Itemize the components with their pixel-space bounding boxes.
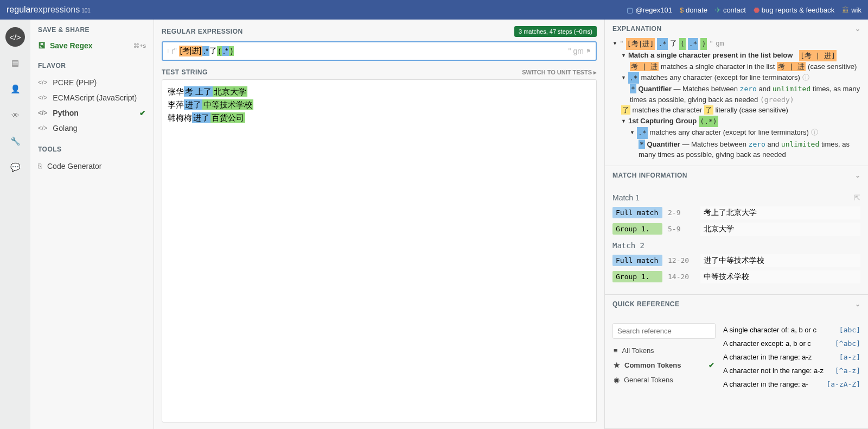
logo[interactable]: regularexpressions101 — [7, 5, 91, 15]
rail-livehelp-icon[interactable]: 👁 — [5, 105, 25, 125]
flavor-title: FLAVOR — [38, 62, 146, 70]
stats-badge: 3 matches, 47 steps (~0ms) — [514, 26, 597, 37]
match-row: Group 1.14-20中等技术学校 — [612, 270, 860, 283]
caret-icon[interactable]: ▼ — [612, 40, 617, 48]
rail-editor-icon[interactable]: </> — [5, 27, 25, 47]
header-links: ▢@regex101 $donate ✈contact ⬣bug reports… — [627, 6, 861, 14]
help-icon[interactable]: ⓘ — [802, 72, 809, 83]
caret-icon[interactable]: ▼ — [621, 74, 626, 82]
bugs-link[interactable]: ⬣bug reports & feedback — [754, 6, 834, 14]
flag-icon[interactable]: ⚑ — [586, 48, 591, 55]
chevron-down-icon[interactable]: ⌄ — [855, 172, 861, 179]
rail-account-icon[interactable]: 👤 — [5, 79, 25, 99]
delim-left: r" — [171, 47, 177, 55]
export-icon[interactable]: ⇱ — [854, 193, 860, 202]
code-icon: </> — [38, 124, 47, 132]
caret-icon[interactable]: ▼ — [630, 129, 635, 137]
codegen-icon: ⎘ — [38, 162, 42, 170]
chevron-down-icon[interactable]: ⌄ — [855, 25, 861, 33]
quickref-search-input[interactable] — [612, 323, 716, 339]
flavor-pcre[interactable]: </>PCRE (PHP) — [38, 75, 146, 90]
logo-bold: regular — [7, 5, 34, 14]
caret-icon[interactable]: ▼ — [621, 52, 626, 60]
flavor-ecmascript[interactable]: </>ECMAScript (JavaScript) — [38, 90, 146, 105]
regex-input[interactable]: ⁞ r" [考|进].*了(.*) " gm ⚑ — [162, 41, 597, 61]
editor: REGULAR EXPRESSION 3 matches, 47 steps (… — [154, 20, 605, 429]
save-share-title: SAVE & SHARE — [38, 26, 146, 34]
chevron-down-icon[interactable]: ⌄ — [855, 300, 861, 308]
twitter-icon: ▢ — [627, 6, 633, 14]
flags-text[interactable]: gm — [573, 47, 584, 55]
switch-unit-tests[interactable]: SWITCH TO UNIT TESTS▸ — [522, 69, 597, 76]
dollar-icon: $ — [680, 6, 684, 14]
qr-item[interactable]: A character not in the range: a-z[^a-z] — [723, 364, 860, 377]
icon-rail: </> ▤ 👤 👁 🔧 💬 — [0, 20, 30, 429]
wiki-icon: 🏛 — [842, 6, 849, 14]
contact-link[interactable]: ✈contact — [715, 6, 746, 14]
code-icon: </> — [38, 94, 47, 102]
right-panel: EXPLANATION ⌄ ▼" [考|进].*了(.*) "gm ▼Match… — [605, 20, 868, 429]
bug-icon: ⬣ — [754, 6, 760, 14]
sidebar: SAVE & SHARE 🖫Save Regex ⌘+s FLAVOR </>P… — [30, 20, 154, 429]
flavor-golang[interactable]: </>Golang — [38, 121, 146, 136]
flavor-python[interactable]: </>Python✔ — [38, 105, 146, 121]
main: </> ▤ 👤 👁 🔧 💬 SAVE & SHARE 🖫Save Regex ⌘… — [0, 20, 868, 429]
qr-cat-all[interactable]: ≡All Tokens — [612, 343, 716, 358]
header: regularexpressions101 ▢@regex101 $donate… — [0, 0, 868, 20]
match-row: Full match12-20进了中等技术学校 — [612, 254, 860, 267]
send-icon: ✈ — [715, 6, 721, 14]
star-icon: ★ — [614, 361, 620, 369]
donate-link[interactable]: $donate — [680, 6, 707, 14]
logo-thin: expressions — [34, 5, 80, 14]
match-info-title: MATCH INFORMATION — [612, 172, 687, 179]
explanation-body: ▼" [考|进].*了(.*) "gm ▼Match a single char… — [605, 38, 868, 166]
chevron-right-icon: ▸ — [593, 69, 597, 76]
quickref-title: QUICK REFERENCE — [612, 300, 680, 308]
save-kbd: ⌘+s — [133, 42, 146, 49]
match-row: Full match2-9考上了北京大学 — [612, 206, 860, 219]
tools-title: TOOLS — [38, 146, 146, 153]
stack-icon: ≡ — [614, 346, 618, 355]
match-row: Group 1.5-9北京大学 — [612, 223, 860, 236]
qr-item[interactable]: A character except: a, b or c[^abc] — [723, 337, 860, 350]
help-icon[interactable]: ⓘ — [811, 127, 818, 138]
delim-right: " — [569, 47, 571, 55]
match-body: Match 1⇱ Full match2-9考上了北京大学 Group 1.5-… — [605, 185, 868, 294]
code-icon: </> — [38, 109, 47, 117]
qr-item[interactable]: A single character of: a, b or c[abc] — [723, 323, 860, 337]
test-title: TEST STRING — [162, 68, 208, 76]
save-icon: 🖫 — [38, 41, 46, 50]
code-generator[interactable]: ⎘Code Generator — [38, 159, 146, 174]
rail-library-icon[interactable]: ▤ — [5, 53, 25, 73]
check-icon: ✔ — [139, 109, 146, 117]
regex-content[interactable]: [考|进].*了(.*) — [179, 46, 569, 56]
rail-chat-icon[interactable]: 💬 — [5, 157, 25, 177]
wiki-link[interactable]: 🏛wik — [842, 6, 861, 14]
qr-item[interactable]: A character in the range: a-z[a-z] — [723, 350, 860, 364]
test-string-input[interactable]: 张华考上了北京大学 李萍进了中等技术学校 韩梅梅进了百货公司 — [162, 79, 597, 422]
check-icon: ✔ — [709, 361, 714, 369]
qr-cat-common[interactable]: ★Common Tokens✔ — [612, 358, 716, 373]
save-regex-button[interactable]: 🖫Save Regex ⌘+s — [38, 39, 146, 52]
code-icon: </> — [38, 79, 47, 86]
qr-cat-general[interactable]: ◉General Tokens — [612, 373, 716, 387]
regex-title: REGULAR EXPRESSION — [162, 28, 243, 35]
twitter-link[interactable]: ▢@regex101 — [627, 6, 672, 14]
qr-item[interactable]: A character in the range: a-[a-zA-Z] — [723, 377, 860, 391]
logo-sub: 101 — [81, 8, 91, 14]
caret-icon[interactable]: ▼ — [621, 118, 626, 125]
rail-settings-icon[interactable]: 🔧 — [5, 131, 25, 151]
dot-icon: ◉ — [614, 376, 620, 384]
explanation-title: EXPLANATION — [612, 25, 662, 33]
